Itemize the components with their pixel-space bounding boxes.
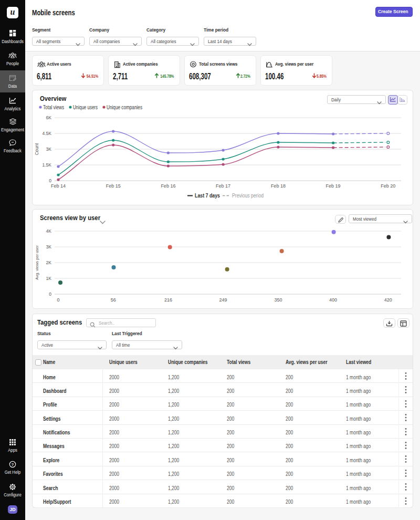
svg-text:56: 56 [111,297,116,303]
svg-text:1.5K: 1.5K [43,162,52,168]
svg-text:?: ? [12,462,14,467]
svg-text:3K: 3K [46,147,52,152]
svg-text:Avg. views per user: Avg. views per user [35,245,39,280]
svg-text:0: 0 [49,292,51,297]
svg-text:350: 350 [274,297,282,303]
svg-text:4K: 4K [46,228,52,234]
svg-text:Feb 16: Feb 16 [161,183,175,189]
svg-text:Unique users: Unique users [73,105,98,110]
svg-text:Unique companies: Unique companies [107,105,142,110]
svg-text:Feb 20: Feb 20 [381,183,395,189]
svg-text:216: 216 [164,297,172,303]
svg-text:6K: 6K [46,115,52,120]
svg-text:0: 0 [57,297,59,303]
svg-text:Total views: Total views [43,105,64,110]
svg-text:Feb 18: Feb 18 [271,183,286,189]
svg-text:4.5K: 4.5K [43,131,52,136]
svg-text:Feb 15: Feb 15 [106,183,121,189]
svg-text:Last 7 days: Last 7 days [195,193,220,199]
svg-text:Previous period: Previous period [232,193,264,199]
svg-text:Feb 17: Feb 17 [216,183,230,189]
svg-text:420: 420 [384,297,392,303]
svg-text:400: 400 [329,297,337,303]
svg-text:Feb 14: Feb 14 [51,183,66,189]
svg-text:2K: 2K [46,260,52,265]
svg-text:1K: 1K [46,276,52,281]
svg-text:3K: 3K [46,244,52,249]
svg-text:249: 249 [219,297,227,303]
svg-text:0: 0 [49,178,51,183]
svg-text:Count: Count [34,143,39,155]
svg-text:Feb 19: Feb 19 [326,183,341,189]
